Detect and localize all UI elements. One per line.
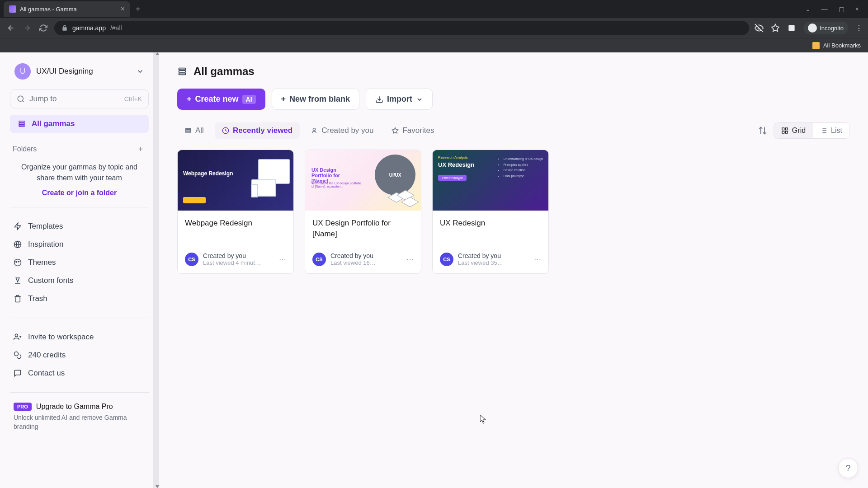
minimize-icon[interactable]: — [821, 5, 828, 13]
url-path: /#all [110, 24, 122, 32]
close-tab-icon[interactable]: × [121, 5, 125, 13]
folders-heading: Folders [13, 145, 37, 153]
sidebar-item-all-gammas[interactable]: All gammas [10, 115, 149, 133]
tab-title: All gammas - Gamma [20, 6, 117, 13]
create-new-button[interactable]: + Create new AI [177, 89, 265, 110]
upgrade-pro-section[interactable]: PRO Upgrade to Gamma Pro Unlock unlimite… [10, 403, 149, 431]
new-blank-label: New from blank [289, 94, 350, 104]
extension-icon[interactable] [787, 23, 796, 33]
card-menu-button[interactable]: ⋯ [534, 255, 541, 263]
add-folder-button[interactable]: + [135, 144, 146, 155]
card-time: Last viewed 35… [458, 259, 529, 266]
all-bookmarks-link[interactable]: All Bookmarks [823, 42, 861, 49]
card-title: UX Design Portfolio for [Name] [312, 218, 414, 239]
card-avatar: CS [185, 253, 198, 266]
filter-tab-favorites[interactable]: Favorites [384, 122, 441, 139]
card-creator: Created by you [458, 252, 529, 259]
create-folder-link[interactable]: Create or join a folder [14, 189, 145, 197]
view-label: Grid [792, 127, 806, 135]
reload-button[interactable] [38, 23, 49, 33]
main-content: All gammas + Create new AI + New from bl… [159, 52, 868, 488]
thumb-subtitle: Welcome to the UX design portfolio of [N… [311, 182, 361, 188]
card-avatar: CS [312, 253, 326, 266]
thumb-title: UX Redesign [438, 161, 490, 168]
filter-tab-created[interactable]: Created by you [303, 122, 381, 139]
filter-tab-all[interactable]: All [177, 122, 211, 139]
thumb-button [183, 197, 206, 203]
svg-rect-3 [19, 123, 24, 125]
window-controls: ⌄ — ▢ × [805, 5, 864, 13]
sidebar-item-inspiration[interactable]: Inspiration [10, 235, 149, 253]
workspace-name: UX/UI Designing [36, 67, 131, 76]
import-button[interactable]: Import [366, 89, 433, 110]
user-icon [311, 127, 318, 134]
sidebar-item-label: Invite to workspace [28, 333, 94, 342]
view-list-button[interactable]: List [813, 123, 849, 138]
sidebar-item-trash[interactable]: Trash [10, 290, 149, 308]
browser-tab[interactable]: All gammas - Gamma × [4, 1, 130, 17]
jump-to-button[interactable]: Jump to Ctrl+K [10, 89, 149, 108]
gamma-card[interactable]: UX Design Portfolio for [Name] Welcome t… [305, 150, 421, 274]
sidebar-item-custom-fonts[interactable]: Custom fonts [10, 272, 149, 290]
sidebar-item-label: All gammas [32, 119, 75, 128]
maximize-icon[interactable]: ▢ [839, 5, 844, 13]
thumb-circle-badge: UI/UX [375, 155, 415, 195]
filter-label: Recently viewed [233, 126, 292, 135]
card-time: Last viewed 4 minut… [203, 259, 274, 266]
chevron-down-icon [416, 96, 423, 103]
sidebar-item-label: 240 credits [28, 351, 66, 360]
sidebar-item-credits[interactable]: 240 credits [10, 346, 149, 364]
sidebar-item-contact[interactable]: Contact us [10, 364, 149, 382]
new-tab-button[interactable]: + [136, 5, 141, 14]
back-button[interactable] [5, 23, 16, 33]
filter-tab-recent[interactable]: Recently viewed [215, 122, 300, 139]
sidebar-item-themes[interactable]: Themes [10, 253, 149, 272]
palette-icon [14, 258, 22, 267]
svg-rect-0 [789, 25, 795, 31]
eye-off-icon[interactable] [755, 23, 764, 33]
clock-icon [222, 127, 229, 134]
stack-icon [184, 127, 192, 134]
sidebar: U UX/UI Designing Jump to Ctrl+K All gam… [0, 52, 159, 488]
bookmarks-bar: All Bookmarks [0, 38, 868, 52]
pro-subtitle: Unlock unlimited AI and remove Gamma bra… [14, 413, 145, 431]
svg-rect-14 [186, 128, 191, 129]
user-plus-icon [14, 333, 22, 341]
forward-button[interactable] [22, 23, 33, 33]
url-input[interactable]: gamma.app/#all [54, 21, 749, 35]
svg-point-1 [18, 96, 23, 101]
incognito-label: Incognito [820, 25, 844, 32]
gamma-card[interactable]: Research Analysis UX Redesign View Proto… [432, 150, 549, 274]
help-button[interactable]: ? [838, 458, 858, 478]
sort-button[interactable] [755, 123, 770, 138]
gamma-card[interactable]: Webpage Redesign Webpage Redesign CS Cre… [177, 150, 294, 274]
thumb-title: UX Design Portfolio for [Name] [311, 167, 357, 183]
svg-rect-15 [186, 130, 191, 131]
card-title: UX Redesign [440, 218, 541, 239]
card-menu-button[interactable]: ⋯ [279, 255, 286, 263]
sidebar-item-label: Inspiration [28, 240, 63, 249]
workspace-switcher[interactable]: U UX/UI Designing [10, 60, 149, 83]
card-menu-button[interactable]: ⋯ [406, 255, 414, 263]
bookmark-star-icon[interactable] [771, 23, 780, 33]
gamma-favicon [9, 5, 16, 13]
sidebar-item-templates[interactable]: Templates [10, 217, 149, 235]
svg-point-6 [14, 259, 21, 266]
browser-tab-bar: All gammas - Gamma × + ⌄ — ▢ × [0, 0, 868, 18]
incognito-badge[interactable]: Incognito [803, 22, 848, 34]
view-toggle: Grid List [774, 122, 850, 139]
view-grid-button[interactable]: Grid [774, 123, 813, 138]
svg-rect-2 [19, 121, 24, 122]
window-dropdown-icon[interactable]: ⌄ [805, 5, 811, 13]
lock-icon [61, 25, 68, 31]
sidebar-item-invite[interactable]: Invite to workspace [10, 328, 149, 346]
card-thumbnail: Research Analysis UX Redesign View Proto… [433, 150, 548, 211]
new-from-blank-button[interactable]: + New from blank [272, 89, 360, 110]
svg-rect-20 [785, 128, 788, 130]
sidebar-scrollbar[interactable] [153, 52, 159, 488]
divider [10, 207, 149, 207]
filter-label: Favorites [402, 126, 434, 135]
browser-menu-icon[interactable]: ⋮ [855, 24, 863, 33]
close-window-icon[interactable]: × [855, 5, 859, 13]
svg-rect-13 [179, 73, 186, 75]
